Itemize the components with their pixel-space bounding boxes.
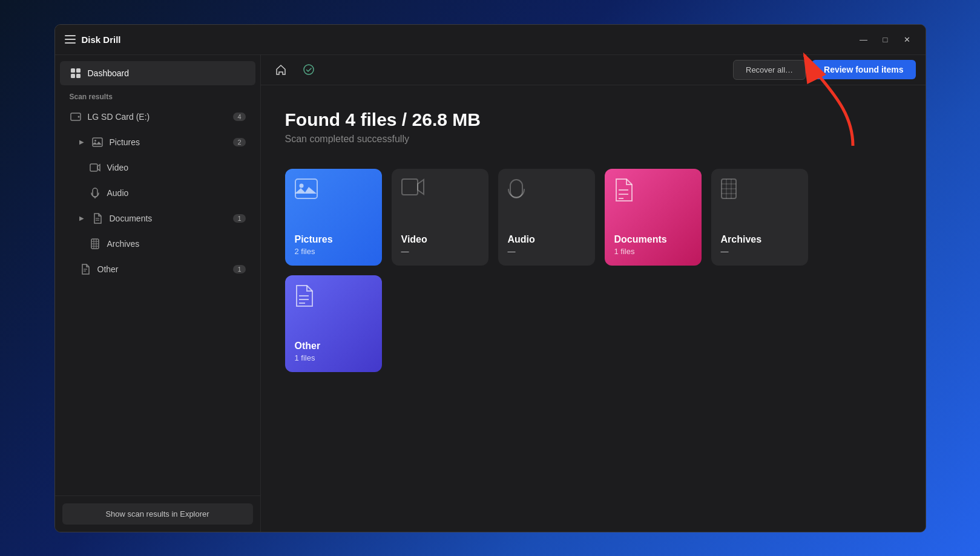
video-icon (89, 162, 101, 174)
sidebar-item-other[interactable]: Other 1 (70, 257, 255, 281)
archives-label: Archives (107, 239, 140, 249)
sidebar-item-dashboard[interactable]: Dashboard (60, 61, 255, 85)
pictures-icon (91, 136, 104, 148)
home-button[interactable] (271, 59, 291, 80)
drive-badge: 4 (233, 113, 245, 121)
expand-arrow-documents[interactable]: ▶ (79, 215, 84, 221)
main-layout: Dashboard Scan results LG SD Card (E:) (55, 55, 926, 532)
title-bar-left: Disk Drill (65, 34, 121, 45)
scan-results-section: Scan results (55, 88, 260, 103)
svg-rect-8 (90, 164, 97, 171)
video-card-label: Video (401, 234, 427, 245)
documents-card-label: Documents (614, 234, 667, 245)
maximize-button[interactable]: □ (877, 31, 894, 48)
other-card-count: 1 files (295, 353, 315, 362)
svg-rect-2 (71, 74, 75, 78)
documents-icon (91, 212, 104, 224)
svg-rect-21 (295, 179, 317, 198)
svg-rect-23 (402, 179, 418, 195)
sidebar-item-audio[interactable]: Audio (79, 181, 255, 205)
archives-card[interactable]: Archives — (711, 169, 808, 266)
audio-card-count: — (508, 247, 516, 256)
other-card-icon (295, 285, 313, 307)
app-title: Disk Drill (82, 34, 121, 45)
svg-point-5 (77, 116, 79, 117)
menu-icon[interactable] (65, 35, 76, 44)
sidebar-item-pictures[interactable]: ▶ Pictures 2 (70, 130, 255, 154)
archives-icon (89, 238, 101, 250)
sidebar: Dashboard Scan results LG SD Card (E:) (55, 55, 261, 532)
svg-point-20 (304, 65, 314, 74)
expand-arrow-pictures[interactable]: ▶ (79, 139, 84, 145)
sidebar-footer: Show scan results in Explorer (55, 495, 260, 532)
documents-card-count: 1 files (614, 247, 635, 256)
sidebar-nav: Dashboard Scan results LG SD Card (E:) (55, 55, 260, 495)
svg-point-7 (94, 140, 96, 142)
svg-rect-1 (76, 68, 81, 73)
sidebar-item-drive[interactable]: LG SD Card (E:) 4 (60, 105, 255, 129)
found-files-title: Found 4 files / 26.8 MB (285, 110, 901, 130)
video-card-count: — (401, 247, 409, 256)
pictures-card[interactable]: Pictures 2 files (285, 169, 382, 266)
other-icon (79, 263, 91, 275)
other-card-label: Other (295, 340, 321, 352)
content-body: Found 4 files / 26.8 MB Scan completed s… (261, 85, 926, 532)
pictures-card-label: Pictures (295, 234, 333, 245)
svg-point-22 (299, 183, 303, 188)
drive-icon (70, 111, 82, 123)
other-badge: 1 (233, 265, 245, 273)
file-type-cards: Pictures 2 files Video — (285, 169, 901, 372)
content-header: Recover all… Review found items (261, 55, 926, 85)
sidebar-item-documents[interactable]: ▶ Documents 1 (70, 206, 255, 231)
archives-card-icon (721, 178, 737, 199)
video-card-icon (401, 178, 424, 195)
header-actions: Recover all… Review found items (733, 60, 916, 80)
recover-all-button[interactable]: Recover all… (733, 60, 806, 80)
documents-card[interactable]: Documents 1 files (605, 169, 702, 266)
other-label: Other (97, 264, 119, 274)
show-in-explorer-button[interactable]: Show scan results in Explorer (62, 503, 253, 525)
audio-card[interactable]: Audio — (498, 169, 595, 266)
archives-card-count: — (721, 247, 729, 256)
svg-rect-3 (76, 74, 81, 78)
close-button[interactable]: ✕ (899, 31, 916, 48)
audio-icon (89, 187, 101, 199)
other-card[interactable]: Other 1 files (285, 275, 382, 372)
pictures-badge: 2 (233, 138, 245, 146)
documents-label: Documents (110, 214, 153, 223)
audio-card-icon (508, 178, 525, 200)
title-bar-controls: — □ ✕ (855, 31, 916, 48)
pictures-card-icon (295, 178, 318, 199)
sidebar-dashboard-label: Dashboard (88, 68, 130, 78)
drive-label: LG SD Card (E:) (88, 112, 150, 122)
documents-card-icon (614, 178, 633, 201)
dashboard-icon (70, 67, 82, 79)
scan-status: Scan completed successfully (285, 134, 901, 145)
pictures-card-count: 2 files (295, 247, 315, 256)
content-area: Recover all… Review found items Found 4 … (261, 55, 926, 532)
check-button[interactable] (298, 59, 319, 80)
documents-badge: 1 (233, 214, 245, 223)
svg-rect-6 (93, 138, 102, 146)
sidebar-item-archives[interactable]: Archives (79, 232, 255, 256)
audio-label: Audio (107, 188, 129, 198)
svg-rect-0 (71, 68, 75, 73)
sidebar-item-video[interactable]: Video (79, 155, 255, 180)
video-label: Video (107, 163, 129, 172)
minimize-button[interactable]: — (855, 31, 872, 48)
app-window: Disk Drill — □ ✕ (54, 24, 926, 532)
pictures-label: Pictures (110, 137, 140, 147)
title-bar: Disk Drill — □ ✕ (55, 25, 926, 55)
audio-card-label: Audio (508, 234, 535, 245)
review-found-items-button[interactable]: Review found items (812, 60, 915, 79)
archives-card-label: Archives (721, 234, 762, 245)
video-card[interactable]: Video — (392, 169, 488, 266)
